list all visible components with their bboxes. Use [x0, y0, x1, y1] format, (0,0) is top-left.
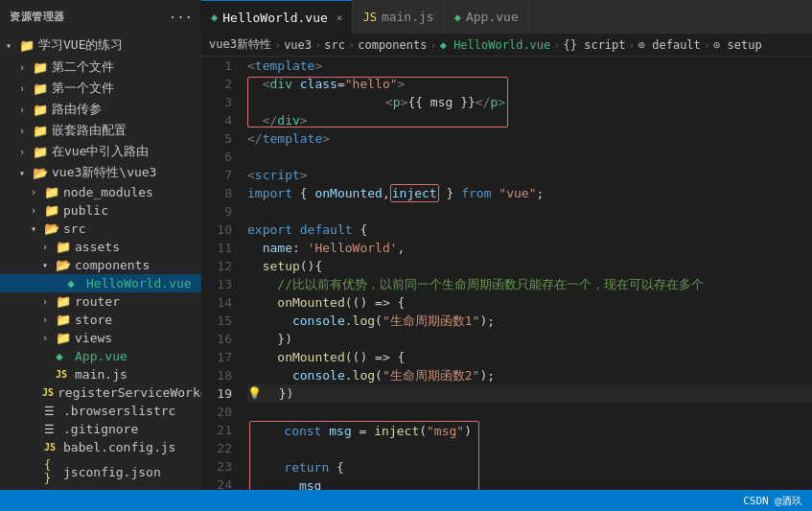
line-num-17: 17 [201, 348, 232, 366]
icon-browserslist: ☰ [44, 405, 59, 418]
label-babel: babel.config.js [63, 440, 175, 454]
tree-item-routing[interactable]: › 📁 路由传参 [0, 99, 201, 120]
code-content[interactable]: <template> <div class="hello"> <p>{{ msg… [240, 57, 812, 490]
chevron-file2: › [19, 62, 33, 73]
label-src: src [63, 221, 85, 236]
line-num-15: 15 [201, 312, 232, 330]
folder-icon-views: 📁 [56, 331, 71, 345]
label-main-js: main.js [75, 367, 128, 382]
chevron-vue-routing: › [19, 147, 33, 157]
line-num-21: 21 [201, 421, 232, 439]
code-line-7: <script> [247, 166, 812, 184]
lightbulb-icon[interactable]: 💡 [247, 384, 262, 403]
label-browserslist: .browserslistrc [63, 404, 175, 418]
code-editor[interactable]: 1 2 3 4 5 6 7 8 9 10 11 12 13 14 15 16 1 [201, 57, 812, 490]
folder-icon-store: 📁 [56, 313, 71, 327]
tree-item-app-vue[interactable]: ◆ App.vue [0, 347, 201, 365]
tree-item-learning[interactable]: ▾ 📁 学习VUE的练习 [0, 34, 201, 57]
breadcrumb-item-3: src [324, 38, 345, 52]
line-num-13: 13 [201, 275, 232, 293]
code-line-19: 💡 }) [247, 384, 812, 403]
folder-icon-components: 📂 [56, 258, 71, 272]
folder-icon-file1: 📁 [33, 81, 48, 96]
tab-main-js[interactable]: JS main.js [353, 0, 444, 34]
vue-icon-app: ◆ [56, 349, 71, 363]
code-line-21: const msg = inject("msg") [250, 422, 478, 440]
tree-item-main-js[interactable]: JS main.js [0, 365, 201, 383]
tree-item-src[interactable]: ▾ 📂 src [0, 220, 201, 238]
icon-gitignore: ☰ [44, 423, 59, 436]
tree-item-helloworld[interactable]: ◆ HelloWorld.vue [0, 274, 201, 292]
tree-item-assets[interactable]: › 📁 assets [0, 238, 201, 256]
folder-icon-node-modules: 📁 [44, 185, 59, 199]
tree-item-store[interactable]: › 📁 store [0, 311, 201, 329]
breadcrumb-item-1: vue3新特性 [209, 36, 271, 53]
sidebar: ▾ 📁 学习VUE的练习 › 📁 第二个文件 › 📁 第一个文件 › 📁 路由传… [0, 34, 201, 490]
tree-item-register-sw[interactable]: JS registerServiceWorker.js [0, 383, 201, 402]
tree-item-file2[interactable]: › 📁 第二个文件 [0, 57, 201, 78]
line-num-2: 2 [201, 75, 232, 93]
breadcrumb-sep-3: › [348, 38, 355, 52]
tree-item-gitignore[interactable]: ☰ .gitignore [0, 420, 201, 438]
label-store: store [75, 313, 112, 327]
line-num-23: 23 [201, 457, 232, 476]
tree-item-nested-routing[interactable]: › 📁 嵌套路由配置 [0, 120, 201, 141]
tree-item-browserslist[interactable]: ☰ .browserslistrc [0, 402, 201, 420]
tree-item-file1[interactable]: › 📁 第一个文件 [0, 78, 201, 99]
tree-item-vue3[interactable]: ▾ 📂 vue3新特性\vue3 [0, 162, 201, 183]
chevron-vue3: ▾ [19, 168, 33, 178]
label-views: views [75, 331, 112, 345]
tree-item-babel[interactable]: JS babel.config.js [0, 438, 201, 456]
folder-icon-vue3: 📂 [33, 166, 48, 180]
explorer-header: 资源管理器 ··· [0, 0, 201, 34]
tree-item-router[interactable]: › 📁 router [0, 292, 201, 311]
chevron-public: › [31, 205, 44, 216]
label-gitignore: .gitignore [63, 422, 138, 436]
line-num-3: 3 [201, 93, 232, 111]
label-learning: 学习VUE的练习 [38, 36, 123, 54]
code-line-12: setup(){ [247, 257, 812, 275]
label-jsconfig: jsconfig.json [63, 465, 161, 479]
code-line-11: name: 'HelloWorld', [247, 239, 812, 257]
tree-item-node-modules[interactable]: › 📁 node_modules [0, 183, 201, 201]
line-num-8: 8 [201, 184, 232, 202]
breadcrumb-sep-6: › [629, 38, 636, 52]
status-text: CSDN @酒玖 [743, 494, 802, 508]
line-num-18: 18 [201, 366, 232, 384]
tree-item-jsconfig[interactable]: { } jsconfig.json [0, 456, 201, 487]
js-icon-babel: JS [44, 442, 59, 453]
breadcrumb: vue3新特性 › vue3 › src › components › ◆ He… [201, 34, 812, 57]
code-line-24: msg [250, 476, 478, 490]
code-line-23: return { [250, 458, 478, 476]
explorer-menu-icon[interactable]: ··· [169, 10, 193, 25]
folder-icon-nested-routing: 📁 [33, 124, 48, 138]
tree-item-views[interactable]: › 📁 views [0, 329, 201, 347]
folder-icon-src: 📂 [44, 221, 59, 236]
tab-close-1[interactable]: ✕ [336, 12, 343, 24]
tab-js-icon-2: JS [362, 11, 376, 24]
breadcrumb-item-6: {} script [564, 38, 626, 52]
code-line-9 [247, 202, 812, 221]
code-line-5: </template> [247, 129, 812, 148]
breadcrumb-item-4: components [358, 38, 427, 52]
json-icon-jsconfig: { } [44, 458, 59, 485]
tree-item-public[interactable]: › 📁 public [0, 201, 201, 220]
app-container: 资源管理器 ··· ◆ HelloWorld.vue ✕ JS main.js … [0, 0, 812, 511]
line-num-14: 14 [201, 293, 232, 312]
code-box-highlight: const msg = inject("msg") return { msg [249, 421, 479, 490]
code-line-16: }) [247, 330, 812, 348]
line-numbers: 1 2 3 4 5 6 7 8 9 10 11 12 13 14 15 16 1 [201, 57, 240, 490]
tree-item-components[interactable]: ▾ 📂 components [0, 256, 201, 274]
label-node-modules: node_modules [63, 185, 153, 199]
line-num-11: 11 [201, 239, 232, 257]
tab-app-vue[interactable]: ◆ App.vue [445, 0, 529, 34]
code-line-6 [247, 148, 812, 166]
code-line-8: import { onMounted,inject } from "vue"; [247, 184, 812, 202]
line-num-5: 5 [201, 129, 232, 148]
tree-item-vue-routing[interactable]: › 📁 在vue中引入路由 [0, 141, 201, 162]
code-line-14: onMounted(() => { [247, 293, 812, 312]
tab-helloworld-vue[interactable]: ◆ HelloWorld.vue ✕ [201, 0, 353, 34]
chevron-routing: › [19, 105, 33, 115]
line-num-9: 9 [201, 202, 232, 221]
breadcrumb-item-2: vue3 [284, 38, 312, 52]
